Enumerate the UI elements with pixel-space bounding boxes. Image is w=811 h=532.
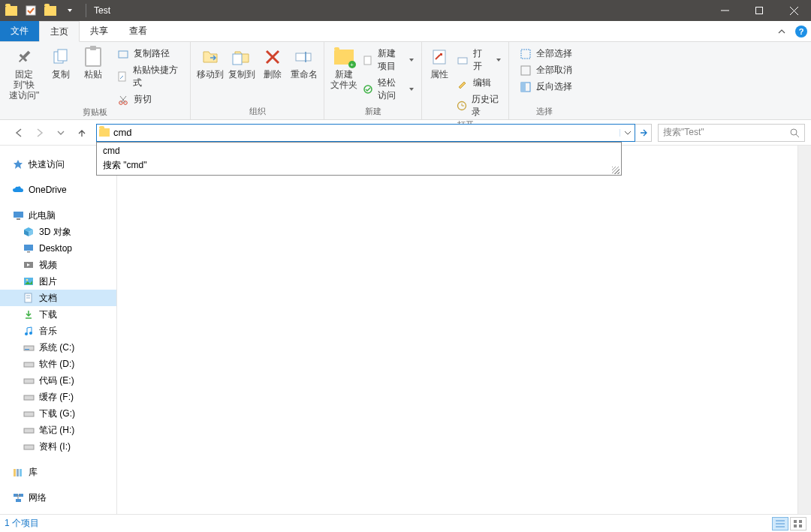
- new-folder-button[interactable]: + 新建文件夹: [329, 45, 358, 90]
- tree-drive-g[interactable]: 下载 (G:): [0, 405, 116, 422]
- vertical-scrollbar[interactable]: [797, 146, 811, 514]
- tree-drive-d-label: 软件 (D:): [39, 358, 74, 371]
- tree-music[interactable]: 音乐: [0, 323, 116, 339]
- qat-open-checkbox[interactable]: [23, 2, 39, 19]
- tree-desktop[interactable]: Desktop: [0, 240, 116, 257]
- tab-view[interactable]: 查看: [119, 21, 158, 41]
- video-icon: [23, 259, 35, 271]
- tree-this-pc-label: 此电脑: [29, 209, 56, 222]
- tree-this-pc[interactable]: 此电脑: [0, 207, 116, 224]
- go-button[interactable]: [635, 124, 652, 142]
- tree-pictures-label: 图片: [39, 275, 57, 288]
- pictures-icon: [23, 275, 35, 287]
- select-none-button[interactable]: 全部取消: [517, 63, 575, 77]
- move-to-button[interactable]: 移动到: [195, 45, 225, 80]
- autocomplete-item-search[interactable]: 搜索 "cmd": [97, 158, 621, 173]
- cut-label: 剪切: [134, 93, 152, 106]
- easy-access-button[interactable]: 轻松访问: [360, 76, 417, 103]
- app-icon[interactable]: [3, 2, 20, 19]
- select-all-button[interactable]: 全部选择: [517, 47, 575, 61]
- organize-group-label: 组织: [191, 106, 324, 119]
- tree-desktop-label: Desktop: [39, 243, 72, 254]
- tree-drive-f[interactable]: 缓存 (F:): [0, 389, 116, 405]
- tree-videos[interactable]: 视频: [0, 257, 116, 273]
- open-button[interactable]: 打开: [454, 47, 504, 74]
- properties-button[interactable]: 属性: [427, 45, 452, 80]
- copy-button[interactable]: 复制: [45, 45, 76, 80]
- large-icons-view-button[interactable]: [790, 517, 806, 530]
- music-icon: [23, 325, 35, 337]
- autocomplete-item-cmd[interactable]: cmd: [97, 144, 621, 158]
- tree-drive-d[interactable]: 软件 (D:): [0, 356, 116, 372]
- address-folder-icon: [97, 128, 112, 137]
- status-bar: 1 个项目: [0, 514, 811, 532]
- close-button[interactable]: [776, 0, 811, 21]
- select-none-label: 全部取消: [536, 64, 572, 77]
- tree-onedrive[interactable]: OneDrive: [0, 182, 116, 198]
- copy-to-button[interactable]: 复制到: [227, 45, 257, 80]
- new-item-button[interactable]: 新建项目: [360, 47, 417, 74]
- star-icon: [12, 158, 24, 170]
- rename-button[interactable]: 重命名: [289, 45, 319, 80]
- minimize-button[interactable]: [707, 0, 742, 21]
- svg-rect-34: [17, 218, 20, 220]
- edit-button[interactable]: 编辑: [454, 76, 504, 90]
- tree-quick-access-label: 快速访问: [29, 158, 65, 171]
- qat-dropdown[interactable]: [62, 2, 78, 19]
- ribbon: 固定到"快速访问" 复制 粘贴 复制路径 粘贴快捷方式 剪切 剪贴板 移动到: [0, 42, 811, 120]
- recent-locations-button[interactable]: [54, 126, 68, 140]
- tree-downloads[interactable]: 下载: [0, 306, 116, 323]
- svg-rect-15: [233, 54, 242, 65]
- svg-rect-53: [24, 362, 34, 367]
- svg-rect-24: [458, 58, 467, 64]
- select-group-label: 选择: [509, 106, 580, 119]
- copy-label: 复制: [52, 69, 70, 80]
- paste-shortcut-label: 粘贴快捷方式: [133, 64, 182, 89]
- tab-file[interactable]: 文件: [0, 21, 39, 41]
- svg-rect-23: [440, 53, 442, 56]
- pin-to-quick-access-button[interactable]: 固定到"快速访问": [5, 45, 44, 101]
- tree-drive-c[interactable]: 系统 (C:): [0, 339, 116, 356]
- address-input[interactable]: [112, 127, 620, 138]
- svg-line-14: [120, 96, 125, 103]
- back-button[interactable]: [12, 126, 26, 140]
- file-list-pane[interactable]: [117, 146, 797, 514]
- drive-icon: [23, 391, 35, 403]
- qat-folder[interactable]: [42, 2, 59, 19]
- navigation-pane[interactable]: 快速访问 OneDrive 此电脑 3D 对象 Desktop 视频 图片 文档…: [0, 146, 117, 514]
- tree-music-label: 音乐: [39, 325, 57, 338]
- address-bar[interactable]: [96, 124, 635, 142]
- tree-drive-i[interactable]: 资料 (I:): [0, 438, 116, 455]
- delete-button[interactable]: 删除: [258, 45, 288, 80]
- forward-button[interactable]: [33, 126, 47, 140]
- cut-button[interactable]: 剪切: [114, 92, 185, 107]
- search-box[interactable]: 搜索"Test": [658, 124, 805, 142]
- tab-share[interactable]: 共享: [80, 21, 119, 41]
- invert-selection-button[interactable]: 反向选择: [517, 80, 575, 94]
- details-view-button[interactable]: [772, 517, 788, 530]
- maximize-button[interactable]: [742, 0, 776, 21]
- help-button[interactable]: ?: [791, 21, 811, 41]
- tree-libraries[interactable]: 库: [0, 464, 116, 480]
- tree-pictures[interactable]: 图片: [0, 273, 116, 290]
- collapse-ribbon-button[interactable]: [772, 21, 791, 41]
- paste-shortcut-button[interactable]: 粘贴快捷方式: [114, 63, 185, 90]
- tree-network[interactable]: 网络: [0, 489, 116, 506]
- svg-rect-61: [20, 469, 22, 476]
- svg-rect-59: [14, 469, 16, 476]
- address-history-button[interactable]: [620, 129, 635, 137]
- tab-home[interactable]: 主页: [39, 21, 80, 42]
- svg-rect-57: [24, 428, 34, 433]
- tree-drive-i-label: 资料 (I:): [39, 440, 71, 453]
- tree-documents[interactable]: 文档: [0, 290, 116, 306]
- svg-rect-39: [27, 251, 30, 253]
- up-button[interactable]: [75, 126, 89, 140]
- tree-drive-e[interactable]: 代码 (E:): [0, 372, 116, 389]
- history-button[interactable]: 历史记录: [454, 92, 504, 119]
- paste-button[interactable]: 粘贴: [77, 45, 108, 80]
- autocomplete-resize-grip[interactable]: [612, 167, 620, 174]
- copy-path-button[interactable]: 复制路径: [114, 47, 185, 61]
- tree-3d-objects[interactable]: 3D 对象: [0, 224, 116, 240]
- paste-label: 粘贴: [84, 69, 102, 80]
- tree-drive-h[interactable]: 笔记 (H:): [0, 422, 116, 438]
